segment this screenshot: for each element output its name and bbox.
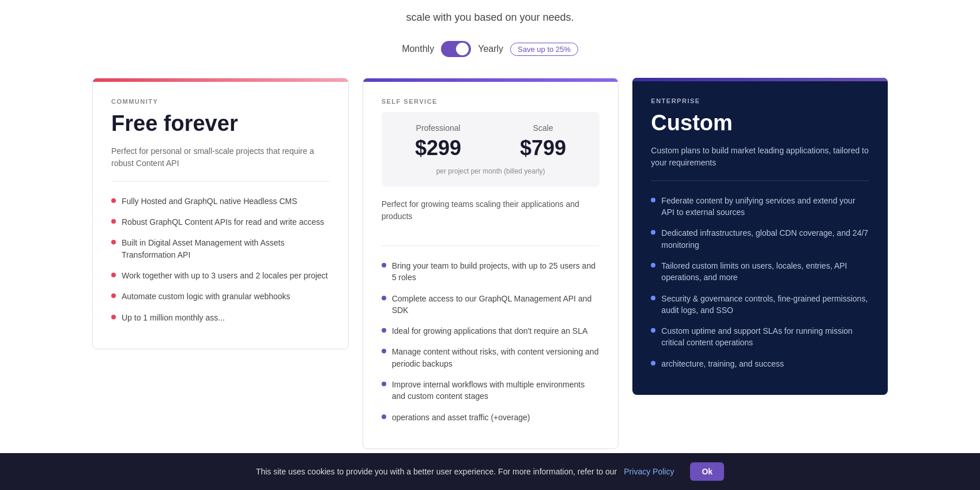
list-item: Complete access to our GraphQL Managemen…: [382, 293, 600, 316]
bullet-icon: [651, 230, 655, 235]
self-service-card: SELF SERVICE Professional $299 Scale $79…: [363, 78, 619, 449]
enterprise-card: ENTERPRISE Custom Custom plans to build …: [632, 78, 888, 395]
community-card-header: COMMUNITY Free forever Perfect for perso…: [93, 82, 348, 181]
list-item: Fully Hosted and GraphQL native Headless…: [111, 195, 330, 207]
community-features: Fully Hosted and GraphQL native Headless…: [93, 182, 348, 349]
bullet-icon: [111, 219, 116, 224]
bullet-icon: [651, 263, 655, 267]
cookie-banner: This site uses cookies to provide you wi…: [0, 453, 980, 490]
list-item: Work together with up to 3 users and 2 l…: [111, 270, 330, 281]
community-card: COMMUNITY Free forever Perfect for perso…: [92, 78, 349, 349]
page-subtitle: scale with you based on your needs.: [0, 0, 980, 41]
list-item: Automate custom logic with granular webh…: [111, 291, 330, 302]
save-badge: Save up to 25%: [510, 43, 578, 56]
cookie-text: This site uses cookies to provide you wi…: [256, 467, 617, 476]
yearly-label: Yearly: [478, 44, 503, 54]
page-wrapper: scale with you based on your needs. Mont…: [0, 0, 980, 490]
list-item: Bring your team to build projects, with …: [382, 260, 600, 284]
price-box-row: Professional $299 Scale $799: [393, 123, 589, 160]
bullet-icon: [382, 328, 386, 333]
privacy-policy-link[interactable]: Privacy Policy: [624, 467, 674, 476]
bullet-icon: [651, 361, 655, 365]
scale-label: Scale: [498, 123, 589, 133]
bullet-icon: [382, 349, 386, 353]
list-item: Federate content by unifying services an…: [651, 195, 869, 218]
enterprise-features: Federate content by unifying services an…: [632, 181, 888, 395]
enterprise-price-title: Custom: [651, 111, 869, 135]
bullet-icon: [382, 414, 386, 419]
list-item: Improve internal workflows with multiple…: [382, 379, 600, 402]
community-description: Perfect for personal or small-scale proj…: [111, 145, 330, 169]
community-tier-label: COMMUNITY: [111, 98, 330, 105]
list-item: Custom uptime and support SLAs for runni…: [651, 325, 869, 349]
self-service-card-header: SELF SERVICE Professional $299 Scale $79…: [363, 82, 619, 246]
bullet-icon: [111, 315, 116, 319]
bullet-icon: [111, 273, 116, 277]
cookie-ok-button[interactable]: Ok: [690, 462, 724, 481]
self-service-price-box: Professional $299 Scale $799 per project…: [382, 112, 600, 187]
bullet-icon: [651, 296, 655, 300]
list-item: Built in Digital Asset Management with A…: [111, 237, 330, 261]
list-item: Tailored custom limits on users, locales…: [651, 260, 869, 284]
bullet-icon: [651, 198, 655, 202]
pricing-cards-container: COMMUNITY Free forever Perfect for perso…: [0, 78, 980, 449]
scale-price: $799: [498, 136, 589, 160]
bullet-icon: [111, 240, 116, 244]
list-item: architecture, training, and success: [651, 358, 869, 370]
enterprise-description: Custom plans to build market leading app…: [651, 145, 869, 169]
list-item: operations and asset traffic (+overage): [382, 412, 600, 423]
list-item: Security & governance controls, fine-gra…: [651, 293, 869, 316]
self-service-tier-label: SELF SERVICE: [382, 98, 600, 105]
price-per-note: per project per month (billed yearly): [393, 167, 589, 175]
bullet-icon: [382, 382, 386, 386]
monthly-label: Monthly: [402, 44, 434, 54]
professional-price: $299: [393, 136, 484, 160]
list-item: Ideal for growing applications that don'…: [382, 325, 600, 337]
subtitle-text: scale with you based on your needs.: [406, 12, 574, 23]
list-item: Manage content without risks, with conte…: [382, 346, 600, 370]
list-item: Robust GraphQL Content APIs for read and…: [111, 216, 330, 228]
scale-price-col: Scale $799: [498, 123, 589, 160]
bullet-icon: [382, 263, 386, 267]
self-service-features: Bring your team to build projects, with …: [363, 246, 619, 448]
bullet-icon: [382, 296, 386, 300]
bullet-icon: [111, 198, 116, 203]
bullet-icon: [651, 328, 655, 333]
community-price-title: Free forever: [111, 112, 330, 136]
list-item: Dedicated infrastructures, global CDN co…: [651, 227, 869, 251]
billing-toggle-bar: Monthly Yearly Save up to 25%: [0, 41, 980, 78]
enterprise-tier-label: ENTERPRISE: [651, 97, 869, 104]
toggle-knob: [456, 43, 469, 55]
billing-toggle-switch[interactable]: [441, 41, 471, 57]
list-item: Up to 1 million monthly ass...: [111, 312, 330, 323]
professional-price-col: Professional $299: [393, 123, 484, 160]
self-service-description: Perfect for growing teams scaling their …: [382, 198, 600, 234]
bullet-icon: [111, 293, 116, 298]
professional-label: Professional: [393, 123, 484, 133]
enterprise-card-header: ENTERPRISE Custom Custom plans to build …: [632, 81, 888, 180]
